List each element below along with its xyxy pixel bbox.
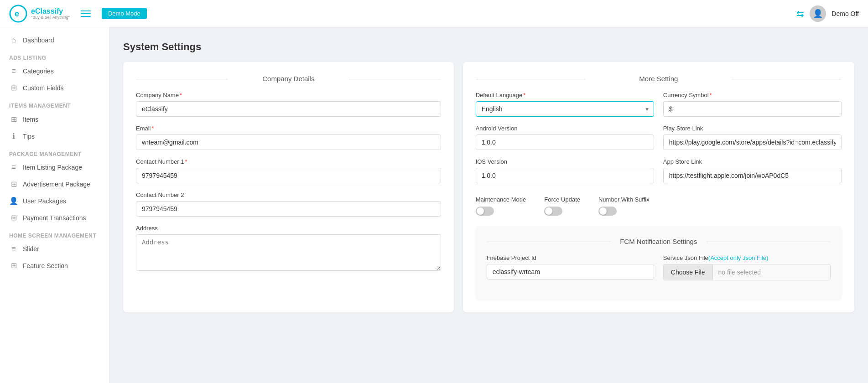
sidebar-item-item-listing-package[interactable]: ≡ Item Listing Package [0, 159, 109, 176]
page-title: System Settings [123, 41, 854, 53]
top-bar: e eClassify "Buy & Sell Anything" Demo M… [0, 0, 868, 27]
company-name-group: Company Name* [136, 92, 441, 117]
maintenance-mode-label: Maintenance Mode [476, 196, 526, 203]
sidebar-item-advertisement-package[interactable]: ⊞ Advertisement Package [0, 176, 109, 192]
choose-file-button[interactable]: Choose File [664, 264, 713, 280]
default-language-label: Default Language* [476, 92, 654, 98]
hamburger-menu[interactable] [79, 9, 93, 19]
sidebar-item-feature-section[interactable]: ⊞ Feature Section [0, 257, 109, 274]
translate-icon[interactable]: ⇆ [796, 8, 804, 19]
more-settings-title: More Setting [476, 75, 842, 83]
android-version-input[interactable] [476, 135, 654, 150]
payment-icon: ⊞ [9, 213, 18, 222]
user-name: Demo Off [832, 10, 859, 17]
address-group: Address [136, 225, 441, 272]
android-playstore-row: Android Version Play Store Link [476, 125, 842, 158]
number-with-suffix-label: Number With Suffix [598, 196, 650, 203]
sidebar-label-feature-section: Feature Section [23, 262, 68, 269]
top-bar-right: ⇆ 👤 Demo Off [796, 5, 859, 22]
app-store-label: App Store Link [663, 158, 842, 165]
sidebar-section-items: Items Management [0, 96, 109, 111]
email-label: Email* [136, 125, 441, 132]
sidebar-label-slider: Slider [23, 245, 39, 253]
email-group: Email* [136, 125, 441, 150]
contact1-group: Contact Number 1* [136, 158, 441, 183]
sidebar-label-advertisement-package: Advertisement Package [23, 181, 90, 188]
sidebar-label-items: Items [23, 116, 38, 123]
sidebar-label-user-packages: User Packages [23, 197, 66, 205]
file-input-row: Choose File no file selected [663, 264, 831, 280]
currency-symbol-label: Currency Symbol* [663, 92, 842, 98]
avatar: 👤 [810, 5, 826, 22]
force-update-toggle[interactable] [544, 207, 562, 216]
sidebar-item-items[interactable]: ⊞ Items [0, 111, 109, 128]
fcm-section: FCM Notification Settings Firebase Proje… [476, 227, 842, 300]
sidebar-label-categories: Categories [23, 67, 54, 75]
logo-subtitle: "Buy & Sell Anything" [31, 15, 70, 20]
sidebar-label-custom-fields: Custom Fields [23, 84, 63, 92]
logo: e eClassify "Buy & Sell Anything" [9, 5, 70, 23]
play-store-input[interactable] [663, 135, 842, 150]
sidebar-section-home: Home Screen Management [0, 226, 109, 241]
sidebar-item-categories[interactable]: ≡ Categories [0, 63, 109, 79]
firebase-id-label: Firebase Project Id [487, 254, 654, 261]
contact1-input[interactable] [136, 168, 441, 183]
currency-symbol-input[interactable] [663, 101, 842, 117]
play-store-label: Play Store Link [663, 125, 842, 132]
logo-svg: e [9, 5, 27, 23]
feature-section-icon: ⊞ [9, 261, 18, 270]
address-label: Address [136, 225, 441, 232]
contact2-group: Contact Number 2 [136, 192, 441, 217]
force-update-group: Force Update [544, 196, 580, 216]
custom-fields-icon: ⊞ [9, 83, 18, 92]
sidebar-item-dashboard[interactable]: ⌂ Dashboard [0, 32, 109, 48]
home-icon: ⌂ [9, 36, 18, 44]
company-name-input[interactable] [136, 101, 441, 117]
app-store-group: App Store Link [663, 158, 842, 183]
sidebar-item-user-packages[interactable]: 👤 User Packages [0, 192, 109, 209]
ios-appstore-row: IOS Version App Store Link [476, 158, 842, 192]
sidebar-label-item-listing-package: Item Listing Package [23, 164, 82, 171]
top-bar-left: e eClassify "Buy & Sell Anything" Demo M… [9, 5, 147, 23]
sidebar-item-slider[interactable]: ≡ Slider [0, 241, 109, 257]
contact1-label: Contact Number 1* [136, 158, 441, 165]
sidebar-item-tips[interactable]: ℹ Tips [0, 128, 109, 145]
hamburger-line-1 [81, 10, 91, 11]
logo-text-block: eClassify "Buy & Sell Anything" [31, 7, 70, 20]
logo-title: eClassify [31, 7, 70, 16]
app-store-input[interactable] [663, 168, 842, 183]
contact2-input[interactable] [136, 201, 441, 217]
company-details-title: Company Details [136, 75, 441, 83]
firebase-id-group: Firebase Project Id [487, 254, 654, 280]
more-settings-card: More Setting Default Language* English S… [463, 62, 854, 312]
items-icon: ⊞ [9, 115, 18, 124]
contact2-label: Contact Number 2 [136, 192, 441, 198]
sidebar-item-custom-fields[interactable]: ⊞ Custom Fields [0, 79, 109, 96]
android-version-group: Android Version [476, 125, 654, 150]
svg-text:e: e [15, 9, 19, 18]
sidebar-label-payment-transactions: Payment Transactions [23, 214, 86, 222]
number-with-suffix-toggle[interactable] [598, 207, 617, 216]
firebase-id-input[interactable] [487, 264, 654, 279]
main-content: System Settings Company Details Company … [109, 27, 868, 383]
default-language-select[interactable]: English Spanish French German Arabic [476, 101, 654, 117]
service-json-note: (Accept only Json File) [708, 254, 769, 261]
body-area: ⌂ Dashboard Ads Listing ≡ Categories ⊞ C… [0, 27, 868, 383]
sidebar-item-payment-transactions[interactable]: ⊞ Payment Transactions [0, 209, 109, 226]
maintenance-mode-toggle[interactable] [476, 207, 494, 216]
sidebar-section-packages: Package Management [0, 145, 109, 159]
force-update-label: Force Update [544, 196, 580, 203]
maintenance-mode-group: Maintenance Mode [476, 196, 526, 216]
number-with-suffix-group: Number With Suffix [598, 196, 650, 216]
fcm-fields-row: Firebase Project Id Service Json File(Ac… [487, 254, 831, 289]
ios-version-input[interactable] [476, 168, 654, 183]
sidebar: ⌂ Dashboard Ads Listing ≡ Categories ⊞ C… [0, 27, 109, 383]
fcm-title: FCM Notification Settings [487, 238, 831, 245]
ios-version-label: IOS Version [476, 158, 654, 165]
language-select-wrapper: English Spanish French German Arabic [476, 101, 654, 117]
android-version-label: Android Version [476, 125, 654, 132]
company-name-label: Company Name* [136, 92, 441, 98]
categories-icon: ≡ [9, 67, 18, 75]
address-textarea[interactable] [136, 234, 441, 271]
email-input[interactable] [136, 135, 441, 150]
